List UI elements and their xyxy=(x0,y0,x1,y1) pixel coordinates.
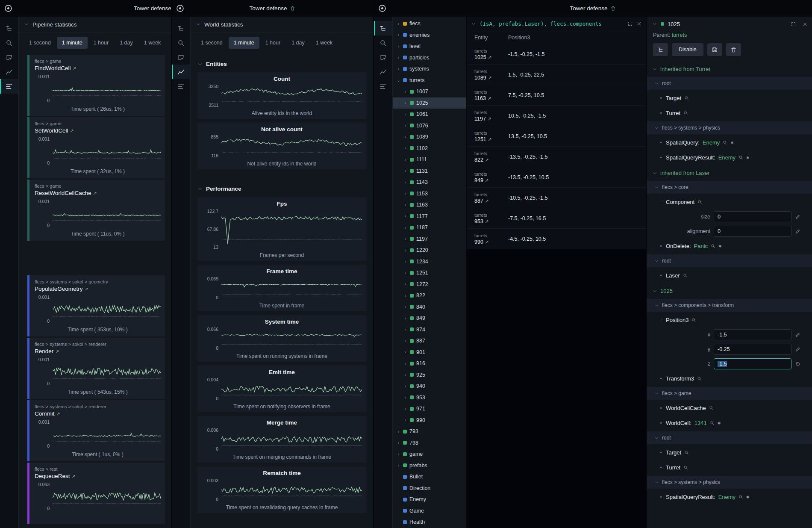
chevron-right-icon[interactable]: › xyxy=(397,21,400,26)
tree-item-prefabs[interactable]: ›prefabs xyxy=(393,460,466,472)
search-icon[interactable] xyxy=(723,140,727,145)
query-result-row[interactable]: turrets1197 ↗10.5, -0.25, -1.5 xyxy=(467,106,646,126)
tree-item-flecs[interactable]: ›flecs xyxy=(393,18,466,29)
query-result-row[interactable]: turrets1089 ↗1.5, -0.25, 22.5 xyxy=(467,65,646,85)
chevron-right-icon[interactable]: › xyxy=(397,452,400,457)
chevron-down-icon[interactable] xyxy=(654,480,659,485)
inspector-path[interactable]: flecs > components > transform xyxy=(647,299,812,312)
edit-icon[interactable] xyxy=(795,214,800,220)
search-icon[interactable] xyxy=(374,35,392,50)
time-range-1-week[interactable]: 1 week xyxy=(139,37,166,49)
close-icon[interactable] xyxy=(802,21,808,27)
z-input[interactable]: -1.5 xyxy=(714,358,791,369)
tree-item-1061[interactable]: ›1061 xyxy=(393,109,466,120)
query-result-row[interactable]: turrets1251 ↗13.5, -0.25, 10.5 xyxy=(467,126,646,147)
chevron-down-icon[interactable] xyxy=(652,289,657,294)
chevron-right-icon[interactable]: › xyxy=(403,203,407,207)
parent-link[interactable]: turrets xyxy=(672,32,687,38)
chevron-right-icon[interactable]: › xyxy=(403,282,407,286)
chevron-right-icon[interactable]: › xyxy=(403,225,407,230)
tree-item-1153[interactable]: ›1153 xyxy=(393,188,466,200)
component-value[interactable]: 1341 xyxy=(694,420,707,426)
alignment-input[interactable]: 0 xyxy=(714,226,791,237)
inspector-path[interactable]: flecs > systems > physics xyxy=(647,476,812,489)
save-button[interactable] xyxy=(707,43,722,56)
time-range-1-minute[interactable]: 1 minute xyxy=(229,37,259,49)
tree-item-849[interactable]: ›849 xyxy=(393,313,466,324)
chevron-right-icon[interactable]: › xyxy=(397,32,400,37)
search-icon[interactable] xyxy=(0,35,18,50)
search-icon[interactable] xyxy=(683,111,688,115)
tree-item-level[interactable]: ›level xyxy=(393,41,466,52)
card-title-link[interactable]: PopulateGeometry ↗ xyxy=(35,286,161,292)
chevron-right-icon[interactable]: › xyxy=(403,214,407,218)
chevron-right-icon[interactable]: › xyxy=(403,89,407,94)
open-link-icon[interactable]: ↗ xyxy=(488,75,491,80)
chevron-right-icon[interactable]: › xyxy=(403,339,407,343)
tree-item-1102[interactable]: ›1102 xyxy=(393,143,466,154)
tree-item-Health[interactable]: Health xyxy=(393,516,466,528)
open-link-icon[interactable]: ↗ xyxy=(488,137,491,142)
edit-icon[interactable] xyxy=(795,347,800,352)
pair-icon[interactable]: ✱ xyxy=(718,244,722,248)
inspector-path[interactable]: flecs > systems > physics xyxy=(647,121,812,134)
chevron-right-icon[interactable]: › xyxy=(397,429,400,434)
search-icon[interactable] xyxy=(683,273,688,278)
chevron-down-icon[interactable] xyxy=(652,67,657,72)
tree-item-1187[interactable]: ›1187 xyxy=(393,222,466,233)
edit-icon[interactable] xyxy=(795,229,800,234)
component-value[interactable]: Enemy xyxy=(718,494,736,500)
tree-item-990[interactable]: ›990 xyxy=(393,415,466,426)
tree-item-Enemy[interactable]: Enemy xyxy=(393,494,466,505)
tree-item-turrets[interactable]: ⌄turrets xyxy=(393,75,466,86)
card-title-link[interactable]: Render ↗ xyxy=(35,348,161,354)
chevron-down-icon[interactable] xyxy=(659,318,663,322)
time-range-1-second[interactable]: 1 second xyxy=(196,37,228,49)
search-icon[interactable] xyxy=(684,96,689,100)
tree-item-1131[interactable]: ›1131 xyxy=(393,165,466,177)
tree-item-game[interactable]: ›game xyxy=(393,448,466,460)
chevron-down-icon[interactable] xyxy=(652,171,657,176)
section-header[interactable]: Entities xyxy=(191,56,373,72)
tree-item-1025[interactable]: ›1025 xyxy=(393,97,466,109)
tree-item-1234[interactable]: ›1234 xyxy=(393,256,466,268)
search-icon[interactable] xyxy=(697,376,702,381)
inspect-icon[interactable] xyxy=(0,50,18,65)
chevron-right-icon[interactable]: › xyxy=(403,180,407,185)
component-value[interactable]: Enemy xyxy=(718,154,736,161)
card-title-link[interactable]: ResetWorldCellCache ↗ xyxy=(35,190,161,196)
search-icon[interactable] xyxy=(172,35,190,50)
inspector-section-inherited from Laser[interactable]: inherited from Laser xyxy=(647,165,812,180)
tree-item-Bullet[interactable]: Bullet xyxy=(393,471,466,483)
chevron-right-icon[interactable]: › xyxy=(403,361,407,366)
trash-icon[interactable] xyxy=(610,6,616,11)
card-title-link[interactable]: Commit ↗ xyxy=(35,410,161,417)
pair-icon[interactable]: ✱ xyxy=(746,495,750,499)
tree-item-particles[interactable]: ›particles xyxy=(393,52,466,64)
tree-item-1089[interactable]: ›1089 xyxy=(393,131,466,143)
edit-icon[interactable] xyxy=(795,332,800,338)
chevron-right-icon[interactable]: › xyxy=(403,271,407,275)
chevron-down-icon[interactable] xyxy=(654,391,659,396)
tree-item-953[interactable]: ›953 xyxy=(393,392,466,404)
inspect-icon[interactable] xyxy=(374,50,392,65)
tree-item-971[interactable]: ›971 xyxy=(393,403,466,415)
trash-icon[interactable] xyxy=(290,6,295,11)
search-icon[interactable] xyxy=(691,318,696,322)
chevron-right-icon[interactable]: › xyxy=(397,67,400,71)
tree-item-874[interactable]: ›874 xyxy=(393,324,466,336)
chevron-right-icon[interactable]: › xyxy=(403,123,407,128)
chevron-right-icon[interactable]: › xyxy=(403,304,407,309)
section-header[interactable]: Performance xyxy=(191,180,373,197)
expand-icon[interactable] xyxy=(627,21,633,27)
tree-item-systems[interactable]: ›systems xyxy=(393,63,466,75)
tree-icon[interactable] xyxy=(172,21,190,35)
show-in-tree-button[interactable] xyxy=(653,43,668,56)
stats-icon[interactable] xyxy=(0,79,18,94)
open-link-icon[interactable]: ↗ xyxy=(487,116,491,121)
chevron-right-icon[interactable]: › xyxy=(403,135,407,139)
search-icon[interactable] xyxy=(709,406,714,410)
delete-button[interactable] xyxy=(726,43,741,56)
chart-icon[interactable] xyxy=(0,65,18,79)
chevron-right-icon[interactable]: › xyxy=(403,146,407,150)
